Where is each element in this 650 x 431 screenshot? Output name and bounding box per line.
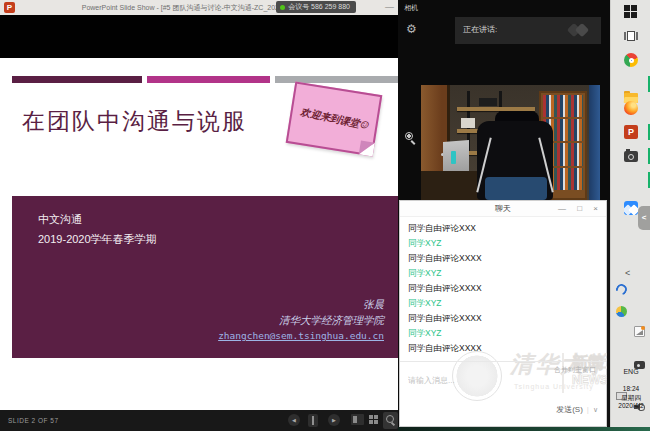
chat-sender: 同学XYZ	[408, 296, 598, 311]
meeting-collapse-tab[interactable]: <	[638, 206, 650, 230]
accent-bar-gray	[275, 76, 400, 83]
storage-box	[479, 98, 497, 106]
news-watermark-en: NEWS	[572, 373, 608, 387]
speaking-label: 正在讲话:	[463, 24, 497, 35]
powerpoint-app-icon: P	[4, 2, 15, 13]
sticky-fold-shade	[359, 140, 375, 156]
chat-sender: 同学XYZ	[408, 236, 598, 251]
live-dot-icon	[280, 5, 285, 10]
tray-browser-icon[interactable]	[616, 306, 627, 317]
clock-date: 2020/4/2	[611, 402, 650, 411]
storage-box	[461, 118, 475, 128]
show-taskbar-button[interactable]	[351, 414, 364, 425]
sticky-note-text: 欢迎来到课堂☺	[299, 105, 369, 133]
firefox-icon[interactable]	[624, 101, 638, 115]
course-term: 2019-2020学年春季学期	[38, 232, 157, 247]
minimize-button[interactable]: —	[385, 0, 394, 14]
pen-tool-button[interactable]	[308, 414, 318, 427]
tray-app-icon[interactable]	[614, 282, 629, 297]
zoom-slide-button[interactable]	[383, 412, 398, 429]
tencent-meeting-logo-icon	[567, 23, 593, 38]
chat-message: 同学自由评论XXXX	[408, 251, 598, 266]
clock-time: 18:24	[611, 385, 650, 394]
meeting-id-badge[interactable]: 会议号 586 259 880	[276, 1, 356, 13]
grid-icon	[368, 414, 379, 425]
speaking-indicator-bar: 正在讲话:	[455, 17, 601, 44]
taskbar-clock[interactable]: 18:24 星期四 2020/4/2	[611, 385, 650, 411]
chat-minimize-button[interactable]: —	[558, 201, 566, 217]
start-button[interactable]	[624, 5, 638, 19]
chrome-icon[interactable]	[624, 53, 638, 67]
course-name: 中文沟通	[38, 212, 82, 227]
chat-maximize-button[interactable]: □	[577, 201, 582, 217]
tray-expand-chevron[interactable]: <	[625, 268, 630, 278]
computer-monitor	[443, 140, 469, 174]
accent-bar-maroon	[12, 76, 142, 83]
send-row: 发送(S)|∨	[556, 404, 598, 415]
chat-divider	[400, 361, 606, 362]
curtain	[589, 85, 600, 200]
settings-gear-icon[interactable]: ⚙	[406, 22, 417, 36]
author-block: 张晨 清华大学经济管理学院 zhangchen@sem.tsinghua.edu…	[218, 296, 384, 344]
task-view-button[interactable]	[624, 29, 638, 43]
tencent-meeting-icon[interactable]	[624, 201, 638, 215]
office-chair-cushion	[485, 177, 547, 200]
chat-title: 聊天	[400, 201, 606, 217]
camera-window-title: 相机	[404, 3, 418, 13]
pen-icon	[308, 414, 318, 427]
webcam-video	[421, 85, 600, 200]
ppt-titlebar: PowerPoint Slide Show - [#5 团队沟通与讨论-中文沟通…	[0, 0, 400, 15]
send-options-caret[interactable]: ∨	[593, 406, 598, 413]
send-button[interactable]: 发送(S)	[556, 405, 583, 414]
slide-title: 在团队中沟通与说服	[22, 106, 247, 137]
chat-sender: 同学XYZ	[408, 326, 598, 341]
see-all-slides-button[interactable]	[368, 414, 379, 425]
chat-header: 聊天 — □ ×	[400, 201, 606, 217]
send-separator: |	[583, 405, 593, 414]
chat-message: 同学自由评论XXXX	[408, 341, 598, 356]
desktop-edge-strip	[398, 427, 650, 431]
slideshow-toolbar: SLIDE 2 OF 57 ◀ ▶	[0, 410, 400, 431]
powerpoint-window: PowerPoint Slide Show - [#5 团队沟通与讨论-中文沟通…	[0, 0, 400, 431]
slide-counter: SLIDE 2 OF 57	[8, 410, 59, 431]
course-info-box: 中文沟通 2019-2020学年春季学期 张晨 清华大学经济管理学院 zhang…	[12, 196, 400, 358]
sticky-note: 欢迎来到课堂☺	[286, 81, 383, 156]
accent-bar-pink	[147, 76, 270, 83]
panel-icon	[351, 414, 364, 425]
chat-window: 聊天 — □ × 清华大学 Tsinghua University 新闻 NEW…	[399, 200, 607, 427]
chat-message-input[interactable]	[406, 373, 516, 387]
chat-message: 同学自由评论XXXX	[408, 281, 598, 296]
previous-slide-button[interactable]: ◀	[288, 414, 300, 426]
chat-message: 同学自由评论XXX	[408, 221, 598, 236]
powerpoint-taskbar-icon[interactable]: P	[624, 125, 638, 139]
magnifier-icon	[383, 412, 398, 429]
chat-sender: 同学XYZ	[408, 266, 598, 281]
author-email-link[interactable]: zhangchen@sem.tsinghua.edu.cn	[218, 328, 384, 344]
next-slide-button[interactable]: ▶	[328, 414, 340, 426]
chat-message: 同学自由评论XXXX	[408, 311, 598, 326]
bottle	[451, 151, 456, 164]
merge-to-main-window-link[interactable]: 合并到主窗口	[554, 365, 596, 375]
language-indicator[interactable]: ENG	[611, 368, 650, 375]
chat-message-list: 同学自由评论XXX 同学XYZ 同学自由评论XXXX 同学XYZ 同学自由评论X…	[408, 221, 598, 356]
tray-screenshot-icon[interactable]	[634, 326, 645, 337]
camera-app-icon[interactable]	[624, 149, 638, 163]
slide-canvas: 在团队中沟通与说服 欢迎来到课堂☺ 中文沟通 2019-2020学年春季学期 张…	[0, 58, 400, 410]
author-affiliation: 清华大学经济管理学院	[218, 312, 384, 328]
screen: PowerPoint Slide Show - [#5 团队沟通与讨论-中文沟通…	[0, 0, 650, 431]
slideshow-letterbox	[0, 15, 400, 58]
zoom-in-icon[interactable]	[404, 132, 417, 146]
clock-weekday: 星期四	[611, 394, 650, 403]
author-name: 张晨	[218, 296, 384, 312]
chat-close-button[interactable]: ×	[593, 201, 598, 217]
